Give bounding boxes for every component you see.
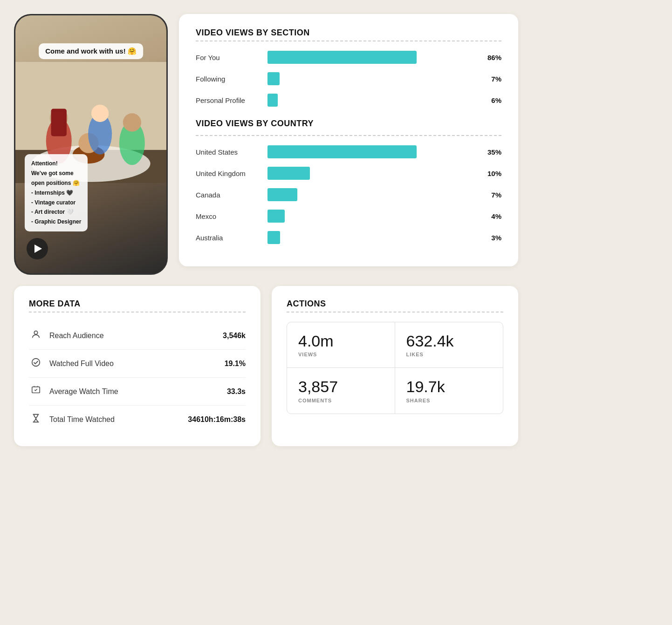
- svg-point-14: [32, 359, 40, 367]
- bar-row: For You 86%: [196, 51, 501, 64]
- bar-fill: [267, 72, 280, 85]
- phone-inner: Come and work with us! 🤗: [15, 15, 166, 273]
- main-layout: Come and work with us! 🤗: [14, 14, 518, 446]
- bar-label: Mexco: [196, 212, 261, 220]
- data-label: Total Time Watched: [49, 415, 181, 424]
- action-cell: 19.7k SHARES: [395, 368, 503, 413]
- bar-label: Following: [196, 75, 261, 83]
- action-cell: 3,857 COMMENTS: [287, 368, 395, 413]
- data-row: Average Watch Time 33.3s: [29, 378, 246, 406]
- bar-label: Personal Profile: [196, 96, 261, 104]
- data-row: Total Time Watched 34610h:16m:38s: [29, 406, 246, 433]
- data-label: Average Watch Time: [49, 387, 220, 396]
- svg-rect-8: [51, 109, 67, 136]
- phone-text-overlay: Attention! We've got some open positions…: [25, 154, 88, 231]
- section-title-views-section: VIDEO VIEWS BY SECTION: [196, 28, 501, 38]
- section-divider-4: [287, 312, 503, 312]
- bar-pct: 4%: [478, 212, 501, 220]
- bar-pct: 7%: [478, 75, 501, 83]
- actions-title: ACTIONS: [287, 299, 503, 309]
- bar-pct: 86%: [478, 54, 501, 61]
- section-divider-1: [196, 41, 501, 41]
- data-row: Reach Audience 3,546k: [29, 322, 246, 350]
- bar-row: Following 7%: [196, 72, 501, 85]
- top-row: Come and work with us! 🤗: [14, 14, 518, 275]
- bar-pct: 7%: [478, 191, 501, 199]
- bar-pct: 35%: [478, 148, 501, 156]
- more-data-panel: MORE DATA Reach Audience 3,546k Watched …: [14, 286, 261, 446]
- bar-fill: [267, 167, 310, 180]
- bar-fill: [267, 188, 297, 201]
- bar-label: Australia: [196, 234, 261, 242]
- data-value: 19.1%: [225, 360, 246, 368]
- bar-row: United States 35%: [196, 145, 501, 158]
- svg-point-10: [91, 105, 109, 122]
- data-label: Reach Audience: [49, 332, 216, 340]
- play-button[interactable]: [27, 238, 48, 259]
- bar-container: [267, 231, 472, 244]
- stats-panel: VIDEO VIEWS BY SECTION For You 86% Follo…: [179, 14, 518, 266]
- action-sublabel: COMMENTS: [298, 398, 384, 403]
- bar-row: Australia 3%: [196, 231, 501, 244]
- bar-container: [267, 167, 472, 180]
- bars-section: For You 86% Following 7% Personal Profil…: [196, 51, 501, 107]
- bar-label: United Kingdom: [196, 170, 261, 177]
- section-divider-2: [196, 135, 501, 136]
- overlay-text: Attention! We've got some open positions…: [31, 160, 81, 225]
- section-divider-3: [29, 312, 246, 312]
- bar-row: Canada 7%: [196, 188, 501, 201]
- svg-point-12: [123, 113, 141, 131]
- bar-container: [267, 94, 472, 107]
- bar-container: [267, 51, 472, 64]
- bar-fill: [267, 94, 278, 107]
- bar-pct: 3%: [478, 234, 501, 242]
- action-number: 19.7k: [406, 378, 492, 395]
- phone-caption: Come and work with us! 🤗: [39, 43, 143, 59]
- caption-text: Come and work with us! 🤗: [45, 47, 137, 55]
- bar-container: [267, 145, 472, 158]
- more-data-title: MORE DATA: [29, 299, 246, 309]
- actions-grid: 4.0m VIEWS 632.4k LIKES 3,857 COMMENTS 1…: [287, 322, 503, 414]
- action-cell: 4.0m VIEWS: [287, 322, 395, 368]
- data-label: Watched Full Video: [49, 360, 218, 368]
- action-number: 3,857: [298, 378, 384, 395]
- bar-container: [267, 188, 472, 201]
- check-circle-icon: [29, 357, 43, 370]
- bar-pct: 6%: [478, 96, 501, 104]
- bar-fill: [267, 231, 280, 244]
- bar-label: For You: [196, 54, 261, 61]
- action-number: 632.4k: [406, 333, 492, 350]
- bottom-row: MORE DATA Reach Audience 3,546k Watched …: [14, 286, 518, 446]
- data-value: 33.3s: [227, 387, 246, 396]
- data-rows-container: Reach Audience 3,546k Watched Full Video…: [29, 322, 246, 433]
- bar-row: Mexco 4%: [196, 210, 501, 223]
- svg-point-13: [34, 331, 37, 334]
- bar-label: Canada: [196, 191, 261, 199]
- phone-mockup: Come and work with us! 🤗: [14, 14, 168, 275]
- bar-fill: [267, 51, 417, 64]
- action-sublabel: LIKES: [406, 352, 492, 357]
- bar-row: United Kingdom 10%: [196, 167, 501, 180]
- bar-pct: 10%: [478, 170, 501, 177]
- bar-label: United States: [196, 148, 261, 156]
- data-value: 3,546k: [223, 332, 246, 340]
- bar-row: Personal Profile 6%: [196, 94, 501, 107]
- action-cell: 632.4k LIKES: [395, 322, 503, 368]
- play-triangle-icon: [34, 245, 42, 253]
- data-value: 34610h:16m:38s: [188, 415, 246, 424]
- bar-container: [267, 72, 472, 85]
- actions-panel: ACTIONS 4.0m VIEWS 632.4k LIKES 3,857 CO…: [272, 286, 518, 446]
- bar-fill: [267, 145, 417, 158]
- action-sublabel: VIEWS: [298, 352, 384, 357]
- hourglass-icon: [29, 413, 43, 426]
- person-icon: [29, 329, 43, 342]
- action-number: 4.0m: [298, 333, 384, 350]
- bar-fill: [267, 210, 285, 223]
- watch-time-icon: [29, 385, 43, 398]
- data-row: Watched Full Video 19.1%: [29, 350, 246, 378]
- bars-country: United States 35% United Kingdom 10% Can…: [196, 145, 501, 244]
- section-title-views-country: VIDEO VIEWS BY COUNTRY: [196, 119, 501, 129]
- action-sublabel: SHARES: [406, 398, 492, 403]
- bar-container: [267, 210, 472, 223]
